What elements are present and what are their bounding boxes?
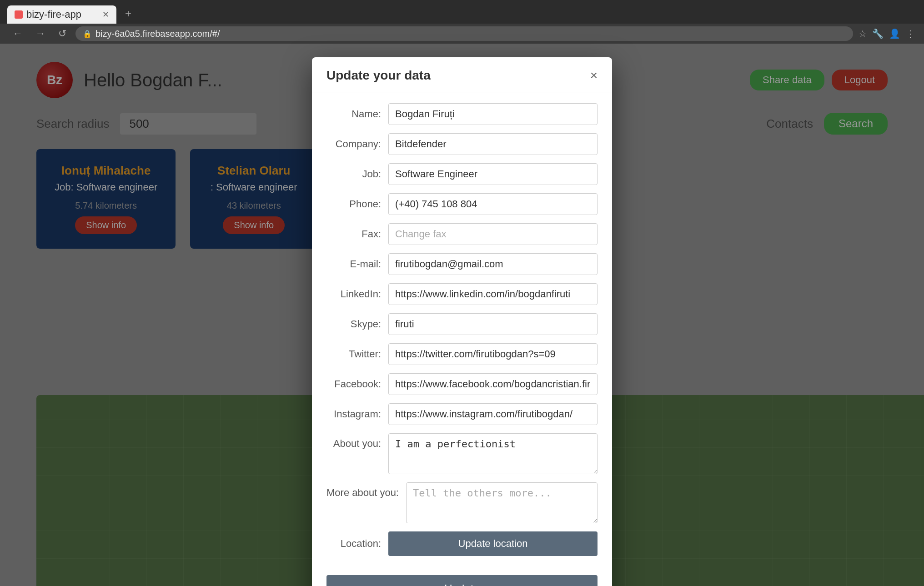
about-row: About you: I am a perfectionist bbox=[326, 433, 598, 474]
phone-label: Phone: bbox=[326, 198, 381, 210]
lock-icon: 🔒 bbox=[83, 30, 92, 38]
linkedin-row: LinkedIn: bbox=[326, 283, 598, 305]
active-tab[interactable]: bizy-fire-app ✕ bbox=[7, 5, 116, 24]
back-button[interactable]: ← bbox=[9, 26, 26, 41]
location-row: Location: Update location bbox=[326, 531, 598, 556]
skype-input[interactable] bbox=[388, 313, 598, 335]
address-text: bizy-6a0a5.firebaseapp.com/#/ bbox=[95, 29, 220, 39]
skype-label: Skype: bbox=[326, 318, 381, 330]
company-input[interactable] bbox=[388, 133, 598, 155]
address-bar[interactable]: 🔒 bizy-6a0a5.firebaseapp.com/#/ bbox=[75, 26, 853, 41]
twitter-row: Twitter: bbox=[326, 343, 598, 365]
phone-input[interactable] bbox=[388, 193, 598, 215]
about-textarea[interactable]: I am a perfectionist bbox=[388, 433, 598, 474]
email-input[interactable] bbox=[388, 253, 598, 275]
twitter-label: Twitter: bbox=[326, 348, 381, 360]
star-icon[interactable]: ☆ bbox=[859, 28, 867, 39]
instagram-input[interactable] bbox=[388, 403, 598, 425]
modal-close-button[interactable]: × bbox=[590, 69, 598, 82]
instagram-row: Instagram: bbox=[326, 403, 598, 425]
update-button[interactable]: Update bbox=[326, 575, 598, 586]
tab-favicon bbox=[15, 10, 23, 19]
company-row: Company: bbox=[326, 133, 598, 155]
menu-icon[interactable]: ⋮ bbox=[906, 28, 915, 39]
update-data-modal: Update your data × Name: Company: Job: bbox=[312, 57, 612, 586]
reload-button[interactable]: ↺ bbox=[55, 26, 70, 41]
skype-row: Skype: bbox=[326, 313, 598, 335]
job-row: Job: bbox=[326, 163, 598, 185]
modal-header: Update your data × bbox=[312, 57, 612, 92]
about-label: About you: bbox=[326, 433, 381, 450]
more-about-row: More about you: bbox=[326, 482, 598, 523]
profile-icon[interactable]: 👤 bbox=[889, 28, 900, 39]
facebook-label: Facebook: bbox=[326, 378, 381, 390]
more-about-label: More about you: bbox=[326, 482, 399, 499]
facebook-input[interactable] bbox=[388, 373, 598, 395]
phone-row: Phone: bbox=[326, 193, 598, 215]
modal-overlay: Update your data × Name: Company: Job: bbox=[0, 44, 924, 586]
fax-row: Fax: bbox=[326, 223, 598, 245]
facebook-row: Facebook: bbox=[326, 373, 598, 395]
nav-bar: ← → ↺ 🔒 bizy-6a0a5.firebaseapp.com/#/ ☆ … bbox=[0, 24, 924, 44]
forward-button[interactable]: → bbox=[32, 26, 49, 41]
fax-label: Fax: bbox=[326, 228, 381, 240]
new-tab-button[interactable]: + bbox=[120, 5, 136, 22]
linkedin-input[interactable] bbox=[388, 283, 598, 305]
instagram-label: Instagram: bbox=[326, 408, 381, 420]
browser-chrome: bizy-fire-app ✕ + ← → ↺ 🔒 bizy-6a0a5.fir… bbox=[0, 0, 924, 44]
modal-title: Update your data bbox=[326, 68, 431, 83]
name-label: Name: bbox=[326, 108, 381, 120]
email-label: E-mail: bbox=[326, 258, 381, 270]
linkedin-label: LinkedIn: bbox=[326, 288, 381, 300]
location-label: Location: bbox=[326, 538, 381, 550]
update-location-button[interactable]: Update location bbox=[388, 531, 598, 556]
job-input[interactable] bbox=[388, 163, 598, 185]
company-label: Company: bbox=[326, 138, 381, 150]
more-about-textarea[interactable] bbox=[406, 482, 598, 523]
email-row: E-mail: bbox=[326, 253, 598, 275]
modal-body: Name: Company: Job: Phone: Fax: bbox=[312, 92, 612, 575]
job-label: Job: bbox=[326, 168, 381, 180]
tab-close-button[interactable]: ✕ bbox=[102, 10, 109, 20]
fax-input[interactable] bbox=[388, 223, 598, 245]
app-background: Bz Hello Bogdan F... Share data Logout S… bbox=[0, 44, 924, 586]
tab-title: bizy-fire-app bbox=[26, 9, 81, 20]
twitter-input[interactable] bbox=[388, 343, 598, 365]
nav-right-icons: ☆ 🔧 👤 ⋮ bbox=[859, 28, 915, 39]
tab-bar: bizy-fire-app ✕ + bbox=[0, 0, 924, 24]
name-row: Name: bbox=[326, 103, 598, 125]
name-input[interactable] bbox=[388, 103, 598, 125]
modal-footer: Update Cancel bbox=[312, 575, 612, 586]
extension-icon[interactable]: 🔧 bbox=[872, 28, 884, 39]
